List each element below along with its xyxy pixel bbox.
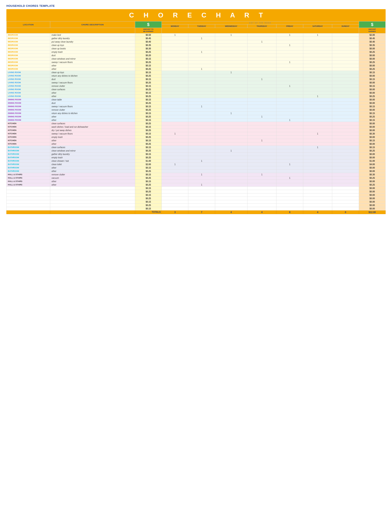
location-cell: BEDROOM xyxy=(7,37,50,40)
earned-cell: $0.15 xyxy=(359,112,385,115)
chore-cell: remove clutter xyxy=(50,84,135,88)
thu-cell xyxy=(247,207,276,210)
totals-spacer1 xyxy=(7,210,50,214)
wed-cell xyxy=(215,115,247,118)
location-cell: BEDROOM xyxy=(7,57,50,61)
tue-cell xyxy=(188,33,215,37)
wed-cell xyxy=(215,176,247,180)
earned-cell: $0.00 xyxy=(359,74,385,77)
sat-cell xyxy=(303,88,332,91)
tue-cell xyxy=(188,132,215,135)
thu-cell xyxy=(247,98,276,101)
thu-cell xyxy=(247,84,276,88)
thu-cell xyxy=(247,200,276,203)
tue-cell xyxy=(188,71,215,74)
wed-cell: 1 xyxy=(215,112,247,115)
chore-cell: clean up toys xyxy=(50,43,135,47)
thu-cell xyxy=(247,166,276,169)
amount-cell: $0.15 xyxy=(135,64,162,67)
wed-cell xyxy=(215,81,247,84)
table-row: BATHROOMgather dirty laundry$0.15$0.00 xyxy=(7,152,386,156)
totals-tuesday: 7 xyxy=(188,210,215,214)
sun-cell xyxy=(332,118,359,122)
totals-thursday: 4 xyxy=(247,210,276,214)
chore-cell: other xyxy=(50,91,135,94)
table-row: BATHROOMother$0.25$0.00 xyxy=(7,169,386,173)
wed-cell xyxy=(215,125,247,129)
wed-cell xyxy=(215,193,247,197)
thu-cell xyxy=(247,37,276,40)
sun-cell xyxy=(332,61,359,64)
fri-cell xyxy=(276,112,303,115)
sat-cell xyxy=(303,57,332,61)
tue-cell xyxy=(188,118,215,122)
amount-cell: $0.25 xyxy=(135,183,162,187)
wed-cell xyxy=(215,200,247,203)
table-row: BEDROOMmake bed$0.501111$2.00 xyxy=(7,33,386,37)
table-row: BATHROOMclean surfaces$0.151$0.15 xyxy=(7,145,386,149)
location-cell: LIVING ROOM xyxy=(7,71,50,74)
tue-cell xyxy=(188,187,215,190)
chore-cell xyxy=(50,193,135,197)
wed-cell xyxy=(215,166,247,169)
earned-cell: $0.25 xyxy=(359,50,385,54)
thu-cell xyxy=(247,180,276,183)
table-row: LIVING ROOMreturn any dishes to kitchen$… xyxy=(7,74,386,77)
sat-cell xyxy=(303,67,332,71)
earned-cell: $0.00 xyxy=(359,152,385,156)
tue-cell xyxy=(188,54,215,57)
table-row: $0.25$0.00 xyxy=(7,190,386,193)
mon-cell xyxy=(162,187,188,190)
mon-cell xyxy=(162,176,188,180)
earned-cell: $0.00 xyxy=(359,187,385,190)
mon-cell xyxy=(162,183,188,187)
sun-cell xyxy=(332,94,359,98)
sat-cell xyxy=(303,183,332,187)
location-cell: BATHROOM xyxy=(7,159,50,163)
wed-cell xyxy=(215,180,247,183)
amount-cell: $0.15 xyxy=(135,105,162,108)
tue-cell xyxy=(188,61,215,64)
table-row: DINING ROOMremove clutter$0.25$0.00 xyxy=(7,108,386,112)
sun-cell xyxy=(332,43,359,47)
sun-cell xyxy=(332,152,359,156)
chore-cell: wash dishes / load and run dishwasher xyxy=(50,125,135,129)
earned-cell: $0.15 xyxy=(359,118,385,122)
amount-cell: $0.40 xyxy=(135,40,162,43)
location-cell xyxy=(7,203,50,207)
thu-cell: 1 xyxy=(247,40,276,43)
chore-cell: other xyxy=(50,118,135,122)
location-cell xyxy=(7,200,50,203)
mon-cell xyxy=(162,200,188,203)
sun-cell xyxy=(332,37,359,40)
chore-cell: make bed xyxy=(50,33,135,37)
mon-cell xyxy=(162,118,188,122)
chore-cell: remove clutter xyxy=(50,173,135,176)
fri-cell xyxy=(276,183,303,187)
sun-cell xyxy=(332,149,359,152)
sun-cell xyxy=(332,190,359,193)
amount-cell: $0.15 xyxy=(135,180,162,183)
mon-cell xyxy=(162,193,188,197)
table-row: BEDROOMdust$0.20$0.00 xyxy=(7,54,386,57)
mon-cell xyxy=(162,125,188,129)
sun-cell xyxy=(332,169,359,173)
table-row: LIVING ROOMclean surfaces$0.25$0.00 xyxy=(7,88,386,91)
sun-cell xyxy=(332,180,359,183)
mon-cell xyxy=(162,64,188,67)
earned-cell: $0.15 xyxy=(359,139,385,142)
location-cell: KITCHEN xyxy=(7,139,50,142)
mon-cell xyxy=(162,61,188,64)
mon-cell xyxy=(162,43,188,47)
mon-cell xyxy=(162,71,188,74)
mon-cell xyxy=(162,84,188,88)
amount-cell: $0.25 xyxy=(135,142,162,145)
thu-cell xyxy=(247,101,276,105)
location-cell: DINING ROOM xyxy=(7,112,50,115)
wed-cell xyxy=(215,50,247,54)
table-row: $0.25$0.00 xyxy=(7,197,386,200)
amount-cell: $0.15 xyxy=(135,187,162,190)
sun-cell xyxy=(332,47,359,50)
earned-cell: $0.25 xyxy=(359,94,385,98)
mon-cell xyxy=(162,135,188,139)
